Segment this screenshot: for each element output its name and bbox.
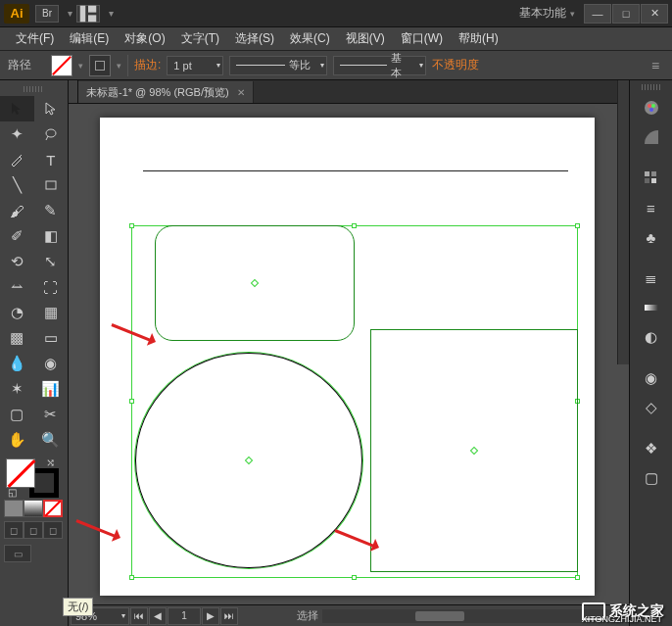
selection-handle[interactable] [352, 575, 357, 580]
mesh-tool[interactable]: ▩ [0, 325, 34, 351]
fill-stroke-indicator[interactable]: ⤭ ◱ [4, 457, 63, 498]
draw-normal-button[interactable]: ◻ [4, 521, 24, 539]
menu-edit[interactable]: 编辑(E) [62, 30, 117, 47]
fill-dropdown-icon[interactable]: ▾ [78, 61, 83, 71]
magic-wand-tool[interactable]: ✦ [0, 121, 34, 147]
lasso-tool[interactable] [34, 121, 69, 147]
control-panel-menu[interactable]: ≡ [647, 58, 664, 73]
none-mode-button[interactable] [43, 500, 63, 517]
paintbrush-tool[interactable]: 🖌 [0, 198, 34, 223]
fill-swatch[interactable] [51, 55, 72, 76]
direct-selection-tool[interactable] [34, 96, 69, 121]
panel-grip[interactable] [642, 84, 660, 90]
selection-handle[interactable] [129, 575, 134, 580]
stroke-weight-dropdown[interactable]: 1 pt [167, 56, 223, 75]
slice-tool[interactable]: ✂ [34, 402, 69, 427]
right-panel-edge[interactable] [617, 80, 629, 364]
draw-behind-button[interactable]: ◻ [24, 521, 43, 539]
brush-definition-dropdown[interactable]: 基本 [333, 56, 426, 75]
selection-tool[interactable] [0, 96, 34, 121]
workspace-dropdown-icon[interactable]: ▾ [570, 9, 575, 19]
symbol-sprayer-tool[interactable]: ✶ [0, 376, 34, 402]
blend-tool[interactable]: ◉ [34, 351, 69, 376]
shape-builder-tool[interactable]: ◔ [0, 300, 34, 325]
default-fill-stroke-icon[interactable]: ◱ [8, 487, 17, 498]
stroke-dropdown-icon[interactable]: ▾ [117, 61, 121, 71]
gradient-mode-button[interactable] [24, 500, 43, 517]
menu-effect[interactable]: 效果(C) [282, 30, 338, 47]
type-tool[interactable]: T [34, 147, 69, 172]
fill-indicator[interactable] [6, 458, 35, 488]
prev-artboard-button[interactable]: ◀ [149, 607, 167, 625]
artboards-panel-icon[interactable]: ▢ [635, 464, 668, 492]
menu-type[interactable]: 文字(T) [173, 30, 227, 47]
scale-tool[interactable]: ⤡ [34, 249, 69, 274]
next-artboard-button[interactable]: ▶ [202, 607, 219, 625]
free-transform-tool[interactable]: ⛶ [34, 274, 69, 300]
workspace-switcher[interactable]: 基本功能 [515, 5, 570, 22]
zoom-tool[interactable]: 🔍 [34, 427, 69, 453]
bridge-button[interactable]: Br [35, 5, 59, 23]
hscroll-thumb[interactable] [415, 611, 464, 621]
hand-tool[interactable]: ✋ [0, 427, 34, 453]
menu-window[interactable]: 窗口(W) [393, 30, 451, 47]
pencil-tool[interactable]: ✎ [34, 198, 69, 223]
menu-select[interactable]: 选择(S) [227, 30, 282, 47]
canvas[interactable]: ▲ ▼ [69, 104, 672, 604]
width-tool[interactable]: ⥎ [0, 274, 34, 300]
opacity-label[interactable]: 不透明度 [432, 57, 479, 73]
perspective-grid-tool[interactable]: ▦ [34, 300, 69, 325]
gradient-panel-icon[interactable] [635, 294, 668, 321]
variable-width-profile-dropdown[interactable]: 等比 [229, 56, 327, 75]
graphic-styles-panel-icon[interactable]: ◇ [635, 394, 668, 421]
menu-object[interactable]: 对象(O) [117, 30, 172, 47]
rect-object[interactable] [370, 329, 578, 572]
artboard-nav-field[interactable]: 1 [168, 607, 201, 625]
toolbox-grip[interactable] [24, 86, 44, 92]
selection-handle[interactable] [352, 223, 357, 228]
arrange-documents-button[interactable] [76, 5, 100, 23]
appearance-panel-icon[interactable]: ◉ [635, 364, 668, 392]
color-mode-button[interactable] [4, 500, 24, 517]
rotate-tool[interactable]: ⟲ [0, 249, 34, 274]
selection-handle[interactable] [129, 223, 134, 228]
eraser-tool[interactable]: ◧ [34, 223, 69, 249]
stroke-label[interactable]: 描边: [134, 57, 161, 73]
line-segment-tool[interactable]: ╲ [0, 172, 34, 198]
menu-file[interactable]: 文件(F) [8, 30, 62, 47]
selection-handle[interactable] [575, 575, 580, 580]
first-artboard-button[interactable]: ⏮ [130, 607, 148, 625]
swap-fill-stroke-icon[interactable]: ⤭ [46, 457, 55, 469]
swatches-panel-icon[interactable] [635, 165, 668, 192]
maximize-button[interactable]: □ [612, 4, 640, 24]
line-object[interactable] [143, 170, 568, 171]
selection-handle[interactable] [575, 223, 580, 228]
color-guide-panel-icon[interactable] [635, 123, 668, 151]
minimize-button[interactable]: — [584, 4, 611, 24]
selection-handle[interactable] [129, 399, 134, 404]
screen-mode-button[interactable]: ▭ [4, 545, 31, 562]
blob-brush-tool[interactable]: ✐ [0, 223, 34, 249]
brushes-panel-icon[interactable]: ≡ [635, 194, 668, 221]
eyedropper-tool[interactable]: 💧 [0, 351, 34, 376]
symbols-panel-icon[interactable]: ♣ [635, 223, 668, 251]
close-button[interactable]: ✕ [641, 4, 668, 24]
transparency-panel-icon[interactable]: ◐ [635, 323, 668, 351]
menu-help[interactable]: 帮助(H) [451, 30, 506, 47]
ellipse-object[interactable] [135, 353, 362, 568]
last-artboard-button[interactable]: ⏭ [220, 607, 238, 625]
gradient-tool[interactable]: ▭ [34, 325, 69, 351]
artboard-tool[interactable]: ▢ [0, 402, 34, 427]
layers-panel-icon[interactable]: ❖ [635, 435, 668, 462]
draw-inside-button[interactable]: ◻ [43, 521, 63, 539]
rectangle-tool[interactable] [34, 172, 69, 198]
rounded-rect-object[interactable] [155, 225, 355, 341]
column-graph-tool[interactable]: 📊 [34, 376, 69, 402]
color-panel-icon[interactable] [635, 94, 668, 121]
document-tab[interactable]: 未标题-1* @ 98% (RGB/预览) ✕ [78, 81, 254, 103]
stroke-panel-icon[interactable]: ≣ [635, 265, 668, 292]
stroke-swatch[interactable] [89, 55, 111, 76]
menu-view[interactable]: 视图(V) [338, 30, 393, 47]
close-tab-icon[interactable]: ✕ [237, 87, 245, 98]
pen-tool[interactable] [0, 147, 34, 172]
